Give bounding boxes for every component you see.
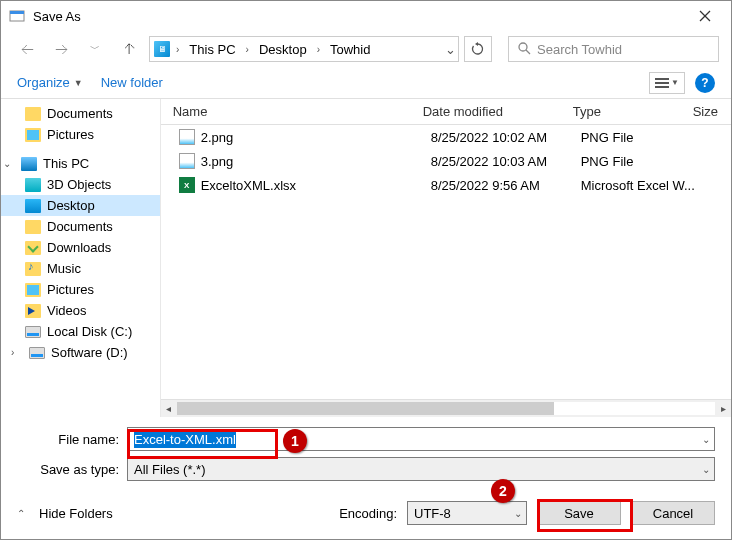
nav-back-button[interactable]: 🡠: [13, 36, 41, 62]
breadcrumb-this-pc[interactable]: This PC: [185, 40, 239, 59]
col-name-header[interactable]: Name: [161, 100, 411, 123]
annotation-badge-1: 1: [283, 429, 307, 453]
file-list: Name Date modified Type Size 2.png8/25/2…: [161, 99, 731, 417]
file-date: 8/25/2022 10:03 AM: [431, 154, 581, 169]
app-icon: [9, 8, 25, 24]
tree-item-local-disk-c[interactable]: Local Disk (C:): [1, 321, 160, 342]
tree-item-desktop[interactable]: Desktop: [1, 195, 160, 216]
filetype-label: Save as type:: [17, 462, 127, 477]
chevron-right-icon[interactable]: ›: [244, 44, 251, 55]
svg-rect-8: [655, 86, 669, 88]
save-as-dialog: Save As 🡠 🡢 ﹀ 🡡 🖥 › This PC › Desktop › …: [0, 0, 732, 540]
address-bar[interactable]: 🖥 › This PC › Desktop › Towhid ⌄: [149, 36, 459, 62]
filename-input[interactable]: Excel-to-XML.xml ⌄: [127, 427, 715, 451]
file-date: 8/25/2022 10:02 AM: [431, 130, 581, 145]
tree-item-3d-objects[interactable]: 3D Objects: [1, 174, 160, 195]
search-icon: [517, 41, 531, 58]
image-icon: [179, 129, 195, 145]
file-date: 8/25/2022 9:56 AM: [431, 178, 581, 193]
search-placeholder: Search Towhid: [537, 42, 622, 57]
tree-item-pictures[interactable]: Pictures: [1, 124, 160, 145]
address-dropdown[interactable]: ⌄: [445, 42, 456, 57]
nav-forward-button[interactable]: 🡢: [47, 36, 75, 62]
encoding-label: Encoding:: [339, 506, 397, 521]
svg-point-4: [519, 43, 527, 51]
navbar: 🡠 🡢 ﹀ 🡡 🖥 › This PC › Desktop › Towhid ⌄…: [1, 31, 731, 67]
encoding-select[interactable]: UTF-8 ⌄: [407, 501, 527, 525]
tree-item-downloads[interactable]: Downloads: [1, 237, 160, 258]
scroll-right-button[interactable]: ▸: [715, 400, 731, 417]
search-input[interactable]: Search Towhid: [508, 36, 719, 62]
save-button[interactable]: Save: [537, 501, 621, 525]
nav-tree[interactable]: Documents Pictures ⌄This PC 3D Objects D…: [1, 99, 161, 417]
col-date-header[interactable]: Date modified: [411, 100, 561, 123]
pc-icon: 🖥: [154, 41, 170, 57]
col-type-header[interactable]: Type: [561, 100, 681, 123]
file-name: 2.png: [201, 130, 431, 145]
organize-button[interactable]: Organize ▼: [17, 75, 83, 90]
save-fields: File name: Excel-to-XML.xml ⌄ Save as ty…: [1, 417, 731, 493]
toolbar: Organize ▼ New folder ▼ ?: [1, 67, 731, 99]
annotation-badge-2: 2: [491, 479, 515, 503]
file-row[interactable]: 2.png8/25/2022 10:02 AMPNG File: [161, 125, 731, 149]
tree-item-documents[interactable]: Documents: [1, 103, 160, 124]
footer: ⌃ Hide Folders Encoding: UTF-8 ⌄ Save Ca…: [1, 493, 731, 537]
image-icon: [179, 153, 195, 169]
new-folder-button[interactable]: New folder: [101, 75, 163, 90]
svg-rect-6: [655, 78, 669, 80]
title-text: Save As: [33, 9, 683, 24]
close-button[interactable]: [683, 2, 727, 30]
nav-recent-button[interactable]: ﹀: [81, 36, 109, 62]
tree-item-this-pc[interactable]: ⌄This PC: [1, 153, 160, 174]
tree-item-videos[interactable]: Videos: [1, 300, 160, 321]
svg-rect-7: [655, 82, 669, 84]
filetype-dropdown[interactable]: ⌄: [702, 464, 710, 475]
file-type: PNG File: [581, 154, 721, 169]
view-options-button[interactable]: ▼: [649, 72, 685, 94]
scroll-thumb[interactable]: [177, 402, 554, 415]
chevron-right-icon[interactable]: ›: [174, 44, 181, 55]
tree-item-software-d[interactable]: ›Software (D:): [1, 342, 160, 363]
cancel-button[interactable]: Cancel: [631, 501, 715, 525]
encoding-dropdown[interactable]: ⌄: [514, 508, 522, 519]
hide-folders-button[interactable]: Hide Folders: [39, 506, 113, 521]
refresh-button[interactable]: [464, 36, 492, 62]
breadcrumb-desktop[interactable]: Desktop: [255, 40, 311, 59]
horizontal-scrollbar[interactable]: ◂ ▸: [161, 399, 731, 417]
filename-dropdown[interactable]: ⌄: [702, 434, 710, 445]
breadcrumb-towhid[interactable]: Towhid: [326, 40, 374, 59]
filetype-select[interactable]: All Files (*.*) ⌄: [127, 457, 715, 481]
scroll-left-button[interactable]: ◂: [161, 400, 177, 417]
svg-rect-1: [10, 11, 24, 14]
tree-item-documents-2[interactable]: Documents: [1, 216, 160, 237]
file-row[interactable]: 3.png8/25/2022 10:03 AMPNG File: [161, 149, 731, 173]
column-headers: Name Date modified Type Size: [161, 99, 731, 125]
help-button[interactable]: ?: [695, 73, 715, 93]
file-type: Microsoft Excel W...: [581, 178, 721, 193]
titlebar: Save As: [1, 1, 731, 31]
svg-line-5: [526, 50, 530, 54]
file-name: ExceltoXML.xlsx: [201, 178, 431, 193]
col-size-header[interactable]: Size: [681, 100, 731, 123]
filename-label: File name:: [17, 432, 127, 447]
chevron-right-icon[interactable]: ›: [315, 44, 322, 55]
excel-icon: X: [179, 177, 195, 193]
file-name: 3.png: [201, 154, 431, 169]
file-row[interactable]: XExceltoXML.xlsx8/25/2022 9:56 AMMicroso…: [161, 173, 731, 197]
tree-item-music[interactable]: Music: [1, 258, 160, 279]
nav-up-button[interactable]: 🡡: [115, 36, 143, 62]
file-type: PNG File: [581, 130, 721, 145]
tree-item-pictures-2[interactable]: Pictures: [1, 279, 160, 300]
expand-icon[interactable]: ⌃: [17, 508, 29, 519]
